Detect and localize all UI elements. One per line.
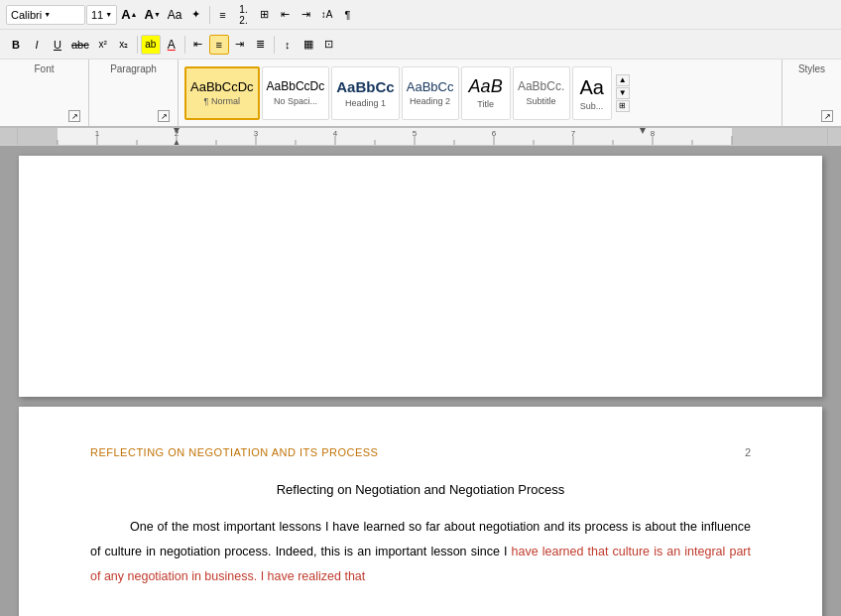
sep2 <box>137 36 138 54</box>
styles-expand-btn[interactable]: ↗ <box>821 110 833 122</box>
style-subtitle-preview: AaBbCc. <box>518 79 564 93</box>
decrease-indent-btn[interactable]: ⇤ <box>276 5 296 25</box>
svg-text:3: 3 <box>254 129 259 138</box>
font-color-btn[interactable]: A <box>162 35 181 55</box>
bold-btn[interactable]: B <box>6 35 26 55</box>
style-h1-preview: AaBbCc <box>336 78 394 96</box>
multilevel-btn[interactable]: ⊞ <box>255 5 275 25</box>
justify-btn[interactable]: ≣ <box>251 35 271 55</box>
font-expand-btn[interactable]: ↗ <box>68 110 80 122</box>
style-sub2-preview: Aa <box>579 75 603 99</box>
svg-text:7: 7 <box>571 129 576 138</box>
clear-format-btn[interactable]: ✦ <box>186 5 206 25</box>
page-number: 2 <box>745 446 751 458</box>
increase-indent-btn[interactable]: ⇥ <box>297 5 316 25</box>
svg-text:4: 4 <box>333 129 338 138</box>
styles-gallery: AaBbCcDc ¶ Normal AaBbCcDc No Spaci... A… <box>179 60 781 126</box>
align-left-btn[interactable]: ⇤ <box>188 35 208 55</box>
align-right-btn[interactable]: ⇥ <box>230 35 250 55</box>
styles-scroll[interactable]: ▲ ▼ ⊞ <box>616 74 630 112</box>
align-center-btn[interactable]: ≡ <box>209 35 229 55</box>
underline-btn[interactable]: U <box>48 35 67 55</box>
page-header-title: REFLECTING ON NEGOTIATION AND ITS PROCES… <box>90 446 378 458</box>
styles-scroll-down[interactable]: ▼ <box>616 87 630 99</box>
superscript-btn[interactable]: x² <box>93 35 113 55</box>
style-heading2[interactable]: AaBbCc Heading 2 <box>402 66 459 120</box>
svg-text:8: 8 <box>651 129 656 138</box>
style-title[interactable]: AaB Title <box>461 66 511 120</box>
styles-section-label: Styles <box>790 62 833 74</box>
bullets-btn[interactable]: ≡ <box>213 5 233 25</box>
change-case-btn[interactable]: Aa <box>165 5 185 25</box>
style-no-spacing[interactable]: AaBbCcDc No Spaci... <box>262 66 330 120</box>
svg-rect-1 <box>732 128 827 145</box>
numbering-btn[interactable]: 1.2. <box>234 5 254 25</box>
svg-text:5: 5 <box>413 129 418 138</box>
font-name-dropdown[interactable]: Calibri <box>6 5 85 25</box>
borders-btn[interactable]: ⊡ <box>319 35 339 55</box>
svg-marker-29 <box>174 140 180 145</box>
style-nospace-preview: AaBbCcDc <box>267 79 325 93</box>
style-title-preview: AaB <box>469 76 503 98</box>
paragraph-expand-btn[interactable]: ↗ <box>158 110 170 122</box>
svg-rect-0 <box>18 128 58 145</box>
font-grow-btn[interactable]: A▲ <box>118 5 140 25</box>
ruler: 1 2 3 4 5 6 7 8 <box>0 128 841 146</box>
style-h2-label: Heading 2 <box>410 96 450 106</box>
style-subtitle[interactable]: AaBbCc. Subtitle <box>513 66 570 120</box>
style-subtitle-label: Subtitle <box>527 96 556 106</box>
style-h2-preview: AaBbCc <box>407 79 454 95</box>
styles-scroll-more[interactable]: ⊞ <box>616 100 630 112</box>
svg-text:1: 1 <box>95 129 100 138</box>
document-area: REFLECTING ON NEGOTIATION AND ITS PROCES… <box>0 146 841 616</box>
sep4 <box>274 36 275 54</box>
style-normal-preview: AaBbCcDc <box>190 79 254 95</box>
shading-btn[interactable]: ▦ <box>299 35 318 55</box>
page-header: REFLECTING ON NEGOTIATION AND ITS PROCES… <box>90 446 751 462</box>
font-shrink-btn[interactable]: A▼ <box>142 5 164 25</box>
subscript-btn[interactable]: x₂ <box>114 35 134 55</box>
sep3 <box>184 36 185 54</box>
strikethrough-btn[interactable]: abc <box>68 35 92 55</box>
style-title-label: Title <box>477 99 494 109</box>
style-normal[interactable]: AaBbCcDc ¶ Normal <box>184 66 260 120</box>
svg-text:6: 6 <box>492 129 497 138</box>
font-section-label: Font <box>8 62 80 74</box>
style-sub2[interactable]: Aa Sub... <box>572 66 612 120</box>
font-size-dropdown[interactable]: 11 <box>86 5 117 25</box>
italic-btn[interactable]: I <box>27 35 47 55</box>
style-normal-label: ¶ Normal <box>204 96 240 106</box>
line-spacing-btn[interactable]: ↕ <box>278 35 298 55</box>
style-h1-label: Heading 1 <box>345 98 386 108</box>
paragraph-section-label: Paragraph <box>97 62 170 74</box>
toolbar-row1: Calibri 11 A▲ A▼ Aa ✦ ≡ 1.2. ⊞ ⇤ ⇥ ↕A ¶ <box>0 0 841 30</box>
style-sub2-label: Sub... <box>580 101 604 111</box>
sort-btn[interactable]: ↕A <box>317 5 337 25</box>
highlight-btn[interactable]: ab <box>141 35 161 55</box>
svg-marker-30 <box>640 128 646 134</box>
page-1[interactable] <box>19 156 822 397</box>
paragraph-mark-btn[interactable]: ¶ <box>338 5 358 25</box>
style-nospace-label: No Spaci... <box>274 96 317 106</box>
sep1 <box>209 6 210 24</box>
toolbar-row2: B I U abc x² x₂ ab A ⇤ ≡ ⇥ ≣ ↕ ▦ ⊡ <box>0 30 841 60</box>
page-body[interactable]: One of the most important lessons I have… <box>90 515 751 589</box>
page-2[interactable]: REFLECTING ON NEGOTIATION AND ITS PROCES… <box>19 407 822 616</box>
page-main-title: Reflecting on Negotiation and Negotiatio… <box>90 482 751 497</box>
styles-scroll-up[interactable]: ▲ <box>616 74 630 86</box>
style-heading1[interactable]: AaBbCc Heading 1 <box>331 66 399 120</box>
